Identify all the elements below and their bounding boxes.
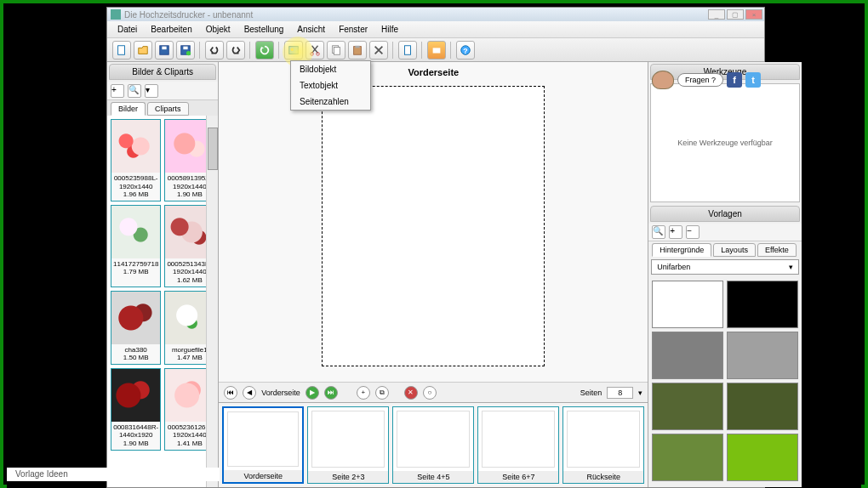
page-button[interactable] [398, 41, 417, 60]
order-button[interactable] [427, 41, 446, 60]
nav-next-button[interactable]: ▶ [306, 386, 319, 400]
nav-last-button[interactable]: ⏭ [324, 386, 338, 400]
avatar[interactable] [652, 71, 674, 89]
copy-button[interactable] [327, 41, 345, 60]
swatch[interactable] [652, 332, 723, 379]
save-button[interactable] [155, 41, 174, 60]
app-window: Die Hochzeitsdrucker - unbenannt _ ▢ × D… [106, 7, 765, 488]
right-panel: Werkzeuge Keine Werkzeuge verfügbar Vorl… [648, 62, 801, 487]
swatch[interactable] [727, 332, 798, 379]
menu-bestellung[interactable]: Bestellung [237, 23, 291, 36]
cut-button[interactable] [306, 41, 324, 60]
menu-bearbeiten[interactable]: Bearbeiten [144, 23, 198, 36]
left-panel: Bilder & Cliparts + 🔍 ▾ Bilder Cliparts … [107, 62, 219, 487]
nav-first-button[interactable]: ⏮ [224, 386, 237, 400]
footer-text: Vorlage Ideen [7, 468, 220, 481]
nav-add-button[interactable]: + [357, 386, 370, 400]
svg-rect-2 [162, 46, 166, 49]
center-panel: Vorderseite ⏮ ◀ Vorderseite ▶ ⏭ + ⧉ ✕ ○ [219, 62, 648, 487]
save-as-button[interactable] [176, 41, 195, 60]
templates-toolbar: 🔍 + − [648, 224, 801, 241]
open-button[interactable] [134, 41, 152, 60]
chevron-down-icon[interactable]: ▾ [638, 389, 642, 397]
page-card[interactable]: Seite 6+7 [477, 406, 559, 484]
tpl-del-button[interactable]: − [686, 225, 700, 239]
menu-objekt[interactable]: Objekt [199, 23, 237, 36]
pages-label: Seiten [580, 389, 602, 397]
templates-header: Vorlagen [650, 206, 799, 222]
page-card[interactable]: Seite 2+3 [307, 406, 389, 484]
insert-button[interactable] [284, 41, 303, 60]
toolbar: ? Fragen ? f t [107, 38, 764, 62]
paste-button[interactable] [348, 41, 367, 60]
canvas-title: Vorderseite [219, 62, 648, 82]
swatch[interactable] [727, 383, 798, 430]
dropdown-bildobjekt[interactable]: Bildobjekt [291, 61, 370, 77]
tab-bilder[interactable]: Bilder [111, 102, 146, 116]
menu-fenster[interactable]: Fenster [332, 23, 374, 36]
menubar: Datei Bearbeiten Objekt Bestellung Ansic… [107, 21, 764, 38]
nav-dup-button[interactable]: ⧉ [375, 386, 389, 400]
window-title: Die Hochzeitsdrucker - unbenannt [124, 10, 253, 20]
tpl-tab-layouts[interactable]: Layouts [713, 243, 756, 257]
maximize-button[interactable]: ▢ [727, 9, 744, 20]
thumbnail[interactable]: 0005235988L-1920x14401.96 MB [111, 119, 161, 201]
twitter-button[interactable]: t [745, 72, 761, 88]
svg-rect-13 [355, 45, 359, 48]
nav-clear-button[interactable]: ○ [423, 386, 437, 400]
nav-prev-button[interactable]: ◀ [243, 386, 256, 400]
thumbnail[interactable]: 0008316448R-1440x19201.90 MB [111, 368, 161, 451]
svg-point-5 [186, 50, 191, 54]
swatch[interactable] [652, 383, 723, 430]
tpl-combo[interactable]: Unifarben ▾ [651, 259, 798, 275]
page-card[interactable]: Rückseite [562, 406, 644, 484]
tools-empty: Keine Werkzeuge verfügbar [650, 83, 799, 202]
undo-button[interactable] [205, 41, 224, 60]
close-button[interactable]: × [745, 9, 762, 20]
menu-hilfe[interactable]: Hilfe [374, 23, 405, 36]
tpl-zoom-button[interactable]: 🔍 [652, 225, 665, 239]
app-icon [111, 9, 121, 20]
dropdown-textobjekt[interactable]: Textobjekt [291, 77, 370, 94]
menu-ansicht[interactable]: Ansicht [290, 23, 332, 36]
sort-button[interactable]: ▾ [145, 84, 158, 98]
thumb-scrollbar[interactable] [206, 116, 218, 487]
svg-text:?: ? [463, 46, 467, 54]
nav-current: Vorderseite [261, 389, 300, 397]
chevron-down-icon: ▾ [789, 263, 793, 271]
svg-rect-6 [289, 46, 299, 54]
page-strip: Vorderseite Seite 2+3 Seite 4+5 Seite 6+… [219, 402, 648, 487]
swatch-grid [648, 277, 801, 485]
swatch[interactable] [727, 281, 798, 328]
swatch[interactable] [652, 434, 723, 481]
titlebar: Die Hochzeitsdrucker - unbenannt _ ▢ × [107, 8, 764, 21]
svg-point-7 [291, 48, 294, 51]
zoom-button[interactable]: 🔍 [128, 84, 141, 98]
pages-value: 8 [607, 387, 633, 399]
svg-rect-14 [405, 45, 411, 54]
thumbnail[interactable]: cha3801.50 MB [111, 291, 161, 365]
redo-button[interactable] [226, 41, 245, 60]
delete-button[interactable] [369, 41, 388, 60]
help-button[interactable]: ? [456, 41, 475, 60]
tpl-add-button[interactable]: + [669, 225, 682, 239]
page-card[interactable]: Seite 4+5 [392, 406, 474, 484]
left-panel-header: Bilder & Cliparts [109, 64, 216, 80]
swatch[interactable] [652, 281, 723, 328]
page-card[interactable]: Vorderseite [222, 406, 304, 484]
new-button[interactable] [112, 41, 131, 60]
add-folder-button[interactable]: + [111, 84, 124, 98]
canvas-page[interactable] [322, 86, 545, 366]
assistant-bubble[interactable]: Fragen ? [677, 73, 723, 87]
nav-del-button[interactable]: ✕ [404, 386, 418, 400]
tpl-tab-effekte[interactable]: Effekte [757, 243, 797, 257]
tpl-tab-hintergruende[interactable]: Hintergründe [652, 243, 711, 257]
facebook-button[interactable]: f [727, 72, 742, 88]
swatch[interactable] [727, 434, 798, 481]
tab-cliparts[interactable]: Cliparts [147, 102, 189, 116]
thumbnail[interactable]: 1141727597181.79 MB [111, 205, 161, 287]
dropdown-seitenzahlen[interactable]: Seitenzahlen [291, 94, 370, 110]
minimize-button[interactable]: _ [708, 9, 725, 20]
menu-datei[interactable]: Datei [111, 23, 144, 36]
refresh-button[interactable] [255, 41, 274, 60]
